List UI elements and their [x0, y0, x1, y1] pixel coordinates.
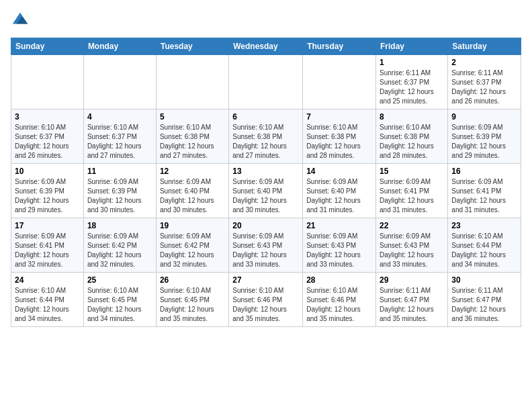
week-row-3: 10Sunrise: 6:09 AM Sunset: 6:39 PM Dayli… [11, 164, 521, 218]
column-header-monday: Monday [83, 38, 156, 55]
calendar-cell: 27Sunrise: 6:10 AM Sunset: 6:46 PM Dayli… [229, 273, 303, 327]
calendar-cell: 5Sunrise: 6:10 AM Sunset: 6:38 PM Daylig… [156, 109, 228, 164]
calendar-cell: 4Sunrise: 6:10 AM Sunset: 6:37 PM Daylig… [83, 109, 156, 164]
column-header-thursday: Thursday [303, 38, 376, 55]
calendar-cell: 24Sunrise: 6:10 AM Sunset: 6:44 PM Dayli… [11, 273, 84, 327]
day-info: Sunrise: 6:09 AM Sunset: 6:39 PM Dayligh… [87, 177, 152, 215]
column-header-friday: Friday [376, 38, 448, 55]
calendar-cell: 19Sunrise: 6:09 AM Sunset: 6:42 PM Dayli… [156, 218, 228, 273]
calendar-cell: 30Sunrise: 6:11 AM Sunset: 6:47 PM Dayli… [448, 273, 521, 327]
day-number: 17 [15, 221, 80, 230]
day-info: Sunrise: 6:09 AM Sunset: 6:40 PM Dayligh… [160, 177, 225, 215]
day-info: Sunrise: 6:10 AM Sunset: 6:38 PM Dayligh… [380, 123, 444, 161]
calendar-cell: 1Sunrise: 6:11 AM Sunset: 6:37 PM Daylig… [376, 55, 448, 109]
day-number: 2 [451, 58, 517, 67]
calendar-cell: 28Sunrise: 6:10 AM Sunset: 6:46 PM Dayli… [303, 273, 376, 327]
day-number: 24 [15, 275, 80, 285]
day-number: 1 [380, 58, 444, 67]
calendar-cell: 15Sunrise: 6:09 AM Sunset: 6:41 PM Dayli… [376, 164, 448, 218]
calendar-cell: 11Sunrise: 6:09 AM Sunset: 6:39 PM Dayli… [83, 164, 156, 218]
day-info: Sunrise: 6:10 AM Sunset: 6:38 PM Dayligh… [160, 123, 225, 161]
day-info: Sunrise: 6:10 AM Sunset: 6:37 PM Dayligh… [15, 123, 80, 161]
day-info: Sunrise: 6:10 AM Sunset: 6:46 PM Dayligh… [232, 286, 299, 324]
calendar-cell: 12Sunrise: 6:09 AM Sunset: 6:40 PM Dayli… [156, 164, 228, 218]
calendar-cell: 17Sunrise: 6:09 AM Sunset: 6:41 PM Dayli… [11, 218, 84, 273]
column-header-tuesday: Tuesday [156, 38, 228, 55]
calendar-cell: 20Sunrise: 6:09 AM Sunset: 6:43 PM Dayli… [229, 218, 303, 273]
calendar-cell: 2Sunrise: 6:11 AM Sunset: 6:37 PM Daylig… [448, 55, 521, 109]
calendar-table: SundayMondayTuesdayWednesdayThursdayFrid… [11, 38, 521, 327]
day-number: 18 [87, 221, 152, 230]
calendar-cell: 29Sunrise: 6:11 AM Sunset: 6:47 PM Dayli… [376, 273, 448, 327]
day-info: Sunrise: 6:09 AM Sunset: 6:43 PM Dayligh… [232, 232, 299, 269]
calendar-cell: 23Sunrise: 6:10 AM Sunset: 6:44 PM Dayli… [448, 218, 521, 273]
day-info: Sunrise: 6:09 AM Sunset: 6:40 PM Dayligh… [232, 177, 299, 215]
day-number: 16 [451, 167, 517, 176]
day-number: 11 [87, 167, 152, 176]
day-info: Sunrise: 6:10 AM Sunset: 6:44 PM Dayligh… [15, 286, 80, 324]
day-info: Sunrise: 6:10 AM Sunset: 6:44 PM Dayligh… [451, 232, 517, 269]
day-info: Sunrise: 6:09 AM Sunset: 6:43 PM Dayligh… [380, 232, 444, 269]
day-number: 28 [306, 275, 372, 285]
day-number: 20 [232, 221, 299, 230]
day-number: 3 [15, 112, 80, 122]
day-number: 7 [306, 112, 372, 122]
day-info: Sunrise: 6:10 AM Sunset: 6:45 PM Dayligh… [160, 286, 225, 324]
calendar-header-row: SundayMondayTuesdayWednesdayThursdayFrid… [11, 38, 521, 55]
day-info: Sunrise: 6:09 AM Sunset: 6:41 PM Dayligh… [380, 177, 444, 215]
day-number: 26 [160, 275, 225, 285]
day-number: 10 [15, 167, 80, 176]
day-info: Sunrise: 6:11 AM Sunset: 6:47 PM Dayligh… [451, 286, 517, 324]
day-number: 30 [451, 275, 517, 285]
day-info: Sunrise: 6:09 AM Sunset: 6:40 PM Dayligh… [306, 177, 372, 215]
calendar-cell: 16Sunrise: 6:09 AM Sunset: 6:41 PM Dayli… [448, 164, 521, 218]
day-info: Sunrise: 6:10 AM Sunset: 6:46 PM Dayligh… [306, 286, 372, 324]
calendar-cell: 6Sunrise: 6:10 AM Sunset: 6:38 PM Daylig… [229, 109, 303, 164]
calendar-cell [303, 55, 376, 109]
calendar-cell [229, 55, 303, 109]
day-info: Sunrise: 6:11 AM Sunset: 6:47 PM Dayligh… [380, 286, 444, 324]
logo-icon [11, 11, 30, 30]
day-info: Sunrise: 6:10 AM Sunset: 6:38 PM Dayligh… [306, 123, 372, 161]
calendar-cell [156, 55, 228, 109]
calendar-cell: 13Sunrise: 6:09 AM Sunset: 6:40 PM Dayli… [229, 164, 303, 218]
day-number: 12 [160, 167, 225, 176]
day-info: Sunrise: 6:09 AM Sunset: 6:42 PM Dayligh… [87, 232, 152, 269]
calendar-cell: 8Sunrise: 6:10 AM Sunset: 6:38 PM Daylig… [376, 109, 448, 164]
day-number: 9 [451, 112, 517, 122]
calendar-cell: 7Sunrise: 6:10 AM Sunset: 6:38 PM Daylig… [303, 109, 376, 164]
calendar-cell [11, 55, 84, 109]
day-info: Sunrise: 6:11 AM Sunset: 6:37 PM Dayligh… [380, 68, 444, 106]
day-number: 27 [232, 275, 299, 285]
day-info: Sunrise: 6:09 AM Sunset: 6:42 PM Dayligh… [160, 232, 225, 269]
day-info: Sunrise: 6:09 AM Sunset: 6:43 PM Dayligh… [306, 232, 372, 269]
day-number: 8 [380, 112, 444, 122]
calendar-cell: 14Sunrise: 6:09 AM Sunset: 6:40 PM Dayli… [303, 164, 376, 218]
day-info: Sunrise: 6:10 AM Sunset: 6:37 PM Dayligh… [87, 123, 152, 161]
day-info: Sunrise: 6:09 AM Sunset: 6:39 PM Dayligh… [15, 177, 80, 215]
column-header-wednesday: Wednesday [229, 38, 303, 55]
day-number: 6 [232, 112, 299, 122]
day-number: 5 [160, 112, 225, 122]
day-number: 21 [306, 221, 372, 230]
day-number: 22 [380, 221, 444, 230]
day-number: 14 [306, 167, 372, 176]
day-info: Sunrise: 6:09 AM Sunset: 6:39 PM Dayligh… [451, 123, 517, 161]
column-header-saturday: Saturday [448, 38, 521, 55]
day-number: 23 [451, 221, 517, 230]
calendar-cell [83, 55, 156, 109]
column-header-sunday: Sunday [11, 38, 84, 55]
day-info: Sunrise: 6:09 AM Sunset: 6:41 PM Dayligh… [451, 177, 517, 215]
day-number: 13 [232, 167, 299, 176]
day-info: Sunrise: 6:10 AM Sunset: 6:45 PM Dayligh… [87, 286, 152, 324]
day-info: Sunrise: 6:09 AM Sunset: 6:41 PM Dayligh… [15, 232, 80, 269]
calendar-cell: 25Sunrise: 6:10 AM Sunset: 6:45 PM Dayli… [83, 273, 156, 327]
page-header [11, 11, 521, 30]
day-info: Sunrise: 6:11 AM Sunset: 6:37 PM Dayligh… [451, 68, 517, 106]
day-number: 25 [87, 275, 152, 285]
week-row-1: 1Sunrise: 6:11 AM Sunset: 6:37 PM Daylig… [11, 55, 521, 109]
day-number: 29 [380, 275, 444, 285]
day-number: 19 [160, 221, 225, 230]
week-row-4: 17Sunrise: 6:09 AM Sunset: 6:41 PM Dayli… [11, 218, 521, 273]
week-row-2: 3Sunrise: 6:10 AM Sunset: 6:37 PM Daylig… [11, 109, 521, 164]
